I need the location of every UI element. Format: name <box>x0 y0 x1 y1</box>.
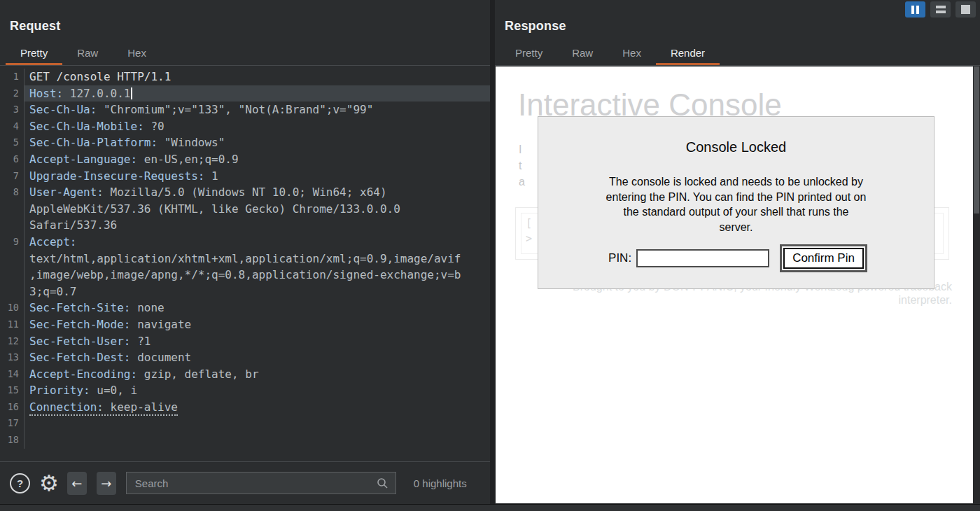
text-cursor <box>131 88 132 99</box>
text-line: server. <box>538 220 934 235</box>
line-number <box>0 267 24 284</box>
text-line: entering the PIN. You can find the PIN p… <box>538 190 934 205</box>
request-line-2[interactable]: 2Host: 127.0.0.1 <box>0 85 490 102</box>
layout-controls <box>905 1 976 18</box>
line-number: 17 <box>0 415 24 432</box>
line-number: 13 <box>0 349 24 366</box>
request-tab-pretty[interactable]: Pretty <box>6 42 62 64</box>
line-content: Sec-Ch-Ua-Mobile: ?0 <box>24 118 490 135</box>
pin-form-row: PIN: Confirm Pin <box>538 246 934 271</box>
response-tab-render[interactable]: Render <box>656 42 720 64</box>
request-line-6[interactable]: 6Accept-Language: en-US,en;q=0.9 <box>0 151 490 168</box>
pin-input[interactable] <box>636 249 769 267</box>
request-line-3[interactable]: 3Sec-Ch-Ua: "Chromium";v="133", "Not(A:B… <box>0 102 490 118</box>
next-arrow-icon[interactable]: → <box>97 472 116 495</box>
request-tab-hex[interactable]: Hex <box>113 42 161 64</box>
request-line-4[interactable]: 4Sec-Ch-Ua-Mobile: ?0 <box>0 118 490 135</box>
panel-splitter[interactable] <box>490 0 495 504</box>
scrollbar-thumb[interactable] <box>974 66 979 214</box>
line-number: 15 <box>0 382 24 399</box>
line-content: Sec-Fetch-User: ?1 <box>24 333 490 350</box>
request-line-5[interactable]: 5Sec-Ch-Ua-Platform: "Windows" <box>0 134 490 151</box>
line-number: 4 <box>0 118 24 135</box>
single-pane-icon <box>961 5 970 14</box>
request-line-18[interactable]: 18 <box>0 432 490 449</box>
request-line-15[interactable]: 15Priority: u=0, i <box>0 382 490 399</box>
request-line-11[interactable]: 11Sec-Fetch-Mode: navigate <box>0 316 490 333</box>
render-scrollbar[interactable] <box>973 66 980 503</box>
request-line-10[interactable]: 10Sec-Fetch-Site: none <box>0 300 490 316</box>
search-icon[interactable] <box>377 477 388 489</box>
line-number: 2 <box>0 85 24 102</box>
request-line-7[interactable]: 7Upgrade-Insecure-Requests: 1 <box>0 168 490 185</box>
line-content: Sec-Fetch-Mode: navigate <box>24 316 490 333</box>
request-line-13[interactable]: 13Sec-Fetch-Dest: document <box>0 349 490 366</box>
line-content: text/html,application/xhtml+xml,applicat… <box>24 251 490 267</box>
request-line-8-part3[interactable]: Safari/537.36 <box>0 217 490 234</box>
line-content: Host: 127.0.0.1 <box>24 85 490 102</box>
line-content: ,image/webp,image/apng,*/*;q=0.8,applica… <box>24 267 490 284</box>
page-paragraph-fragments: Ita <box>519 141 525 190</box>
request-line-17[interactable]: 17 <box>0 415 490 432</box>
line-content: Priority: u=0, i <box>24 382 490 399</box>
text-line: t <box>519 158 525 174</box>
request-line-9-part2[interactable]: text/html,application/xhtml+xml,applicat… <box>0 251 490 267</box>
line-content: Safari/537.36 <box>24 217 490 234</box>
previous-arrow-icon[interactable]: ← <box>67 472 87 495</box>
response-panel: Response Pretty Raw Hex Render \n <box>495 0 980 504</box>
line-number: 12 <box>0 333 24 350</box>
request-line-8-part2[interactable]: AppleWebKit/537.36 (KHTML, like Gecko) C… <box>0 201 490 218</box>
console-fragment: > <box>526 232 532 245</box>
tab-label: Raw <box>572 47 593 59</box>
request-editor[interactable]: 1GET /console HTTP/1.12Host: 127.0.0.13S… <box>0 66 490 461</box>
response-tabs-row: Pretty Raw Hex Render \n <box>495 42 980 66</box>
request-panel-title: Request <box>10 19 60 34</box>
request-search-toolbar: ? ⚙ ← → 0 highlights <box>0 461 490 504</box>
line-number: 8 <box>0 184 24 201</box>
line-number: 16 <box>0 399 24 416</box>
layout-columns-button[interactable] <box>905 1 925 18</box>
request-tabs-row: Pretty Raw Hex \n <box>0 42 490 66</box>
layout-single-button[interactable] <box>955 1 976 18</box>
settings-gear-icon[interactable]: ⚙ <box>39 473 59 493</box>
request-line-8-part1[interactable]: 8User-Agent: Mozilla/5.0 (Windows NT 10.… <box>0 184 490 201</box>
line-number <box>0 284 24 300</box>
request-line-12[interactable]: 12Sec-Fetch-User: ?1 <box>0 333 490 350</box>
help-icon[interactable]: ? <box>10 473 30 493</box>
line-number <box>0 217 24 234</box>
request-line-14[interactable]: 14Accept-Encoding: gzip, deflate, br <box>0 366 490 383</box>
console-locked-dialog: Console Locked The console is locked and… <box>538 116 934 289</box>
highlights-count: 0 highlights <box>414 477 467 489</box>
line-number: 7 <box>0 168 24 185</box>
line-content: Sec-Fetch-Site: none <box>24 300 490 316</box>
line-number: 18 <box>0 432 24 449</box>
line-number: 1 <box>0 69 24 85</box>
layout-rows-button[interactable] <box>930 1 951 18</box>
request-line-9-part1[interactable]: 9Accept: <box>0 234 490 251</box>
tab-label: Hex <box>622 47 641 59</box>
search-input[interactable] <box>134 477 377 490</box>
request-tab-raw[interactable]: Raw <box>62 42 113 64</box>
line-number <box>0 251 24 267</box>
text-line: I <box>519 141 525 158</box>
line-content: AppleWebKit/537.36 (KHTML, like Gecko) C… <box>24 201 490 218</box>
request-panel: Request Pretty Raw Hex \n <box>0 0 490 504</box>
window-bottom-edge <box>0 504 980 511</box>
request-line-16[interactable]: 16Connection: keep-alive <box>0 399 490 416</box>
response-tab-pretty[interactable]: Pretty <box>500 42 557 64</box>
dialog-body-text: The console is locked and needs to be un… <box>538 174 934 234</box>
line-number: 9 <box>0 234 24 251</box>
text-line: The console is locked and needs to be un… <box>538 174 934 190</box>
line-content <box>24 432 490 449</box>
columns-icon <box>911 6 914 14</box>
request-line-9-part3[interactable]: ,image/webp,image/apng,*/*;q=0.8,applica… <box>0 267 490 284</box>
tab-label: Raw <box>77 47 98 59</box>
tab-label: Render <box>671 47 705 59</box>
rendered-response-page: Interactive Console Ita [ > Brought to y… <box>496 66 973 503</box>
response-tab-hex[interactable]: Hex <box>608 42 656 64</box>
line-number: 10 <box>0 300 24 316</box>
confirm-pin-button[interactable]: Confirm Pin <box>783 248 864 269</box>
request-line-1[interactable]: 1GET /console HTTP/1.1 <box>0 69 490 85</box>
request-line-9-part4[interactable]: 3;q=0.7 <box>0 284 490 300</box>
response-tab-raw[interactable]: Raw <box>557 42 608 64</box>
